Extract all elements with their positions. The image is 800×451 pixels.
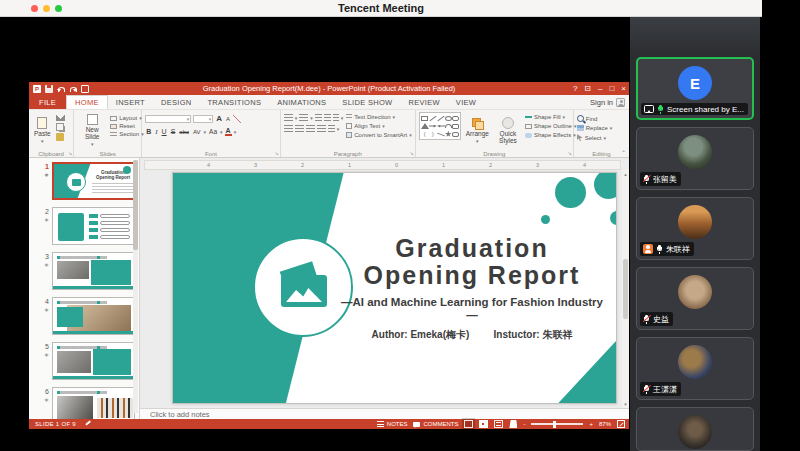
- scroll-up-icon[interactable]: ▴: [624, 171, 627, 177]
- section-button[interactable]: Section▾: [110, 131, 144, 137]
- notes-pane[interactable]: Click to add notes: [140, 408, 629, 419]
- grow-font-button[interactable]: A: [215, 114, 223, 123]
- participant-tile[interactable]: 张留美: [636, 127, 754, 190]
- slide-thumbnail-4[interactable]: 4∗: [39, 297, 139, 335]
- vertical-scrollbar[interactable]: ▴ ▾: [622, 170, 629, 408]
- zoom-out-button[interactable]: -: [523, 421, 525, 427]
- align-text-button[interactable]: Align Text▾: [346, 123, 412, 129]
- italic-button[interactable]: I: [154, 128, 158, 136]
- comments-toggle-icon[interactable]: [413, 422, 420, 427]
- cut-icon[interactable]: [56, 115, 65, 121]
- layout-button[interactable]: Layout▾: [110, 115, 144, 121]
- decrease-indent-icon[interactable]: [315, 114, 322, 121]
- current-slide[interactable]: Graduation Opening Report —AI and Machin…: [172, 172, 617, 404]
- align-right-icon[interactable]: [306, 125, 315, 132]
- close-traffic-light[interactable]: [31, 5, 38, 12]
- slide-thumbnail-5[interactable]: 5∗: [39, 342, 139, 380]
- text-direction-button[interactable]: Text Direction▾: [346, 114, 412, 120]
- collapse-ribbon-icon[interactable]: ⌃: [621, 149, 626, 156]
- replace-button[interactable]: Replace▾: [577, 125, 613, 131]
- slide-thumbnail-1[interactable]: 1∗ Graduation Opening Report: [39, 162, 139, 200]
- scroll-down-icon[interactable]: ▾: [624, 401, 627, 407]
- zoom-slider[interactable]: [531, 423, 583, 425]
- character-spacing-button[interactable]: AV: [192, 129, 202, 135]
- align-center-icon[interactable]: [295, 125, 304, 132]
- participant-tile-sharer[interactable]: E Screen shared by E...: [636, 57, 754, 120]
- find-button[interactable]: Find: [577, 115, 613, 122]
- notes-toggle-label[interactable]: NOTES: [387, 421, 408, 427]
- reading-view-icon[interactable]: [494, 420, 503, 428]
- participant-tile[interactable]: [636, 407, 754, 451]
- increase-indent-icon[interactable]: [324, 114, 331, 121]
- format-painter-icon[interactable]: [56, 133, 64, 141]
- shape-fill-button[interactable]: Shape Fill▾: [525, 114, 577, 120]
- fullscreen-traffic-light[interactable]: [55, 5, 62, 12]
- normal-view-icon[interactable]: [464, 420, 473, 428]
- participant-tile[interactable]: 史益: [636, 267, 754, 330]
- zoom-in-button[interactable]: +: [589, 421, 593, 427]
- font-color-button[interactable]: A: [225, 127, 232, 136]
- ribbon-options-button[interactable]: ⊡: [584, 84, 591, 93]
- notes-toggle-icon[interactable]: [377, 421, 384, 427]
- shape-outline-button[interactable]: Shape Outline▾: [525, 123, 577, 129]
- slide-canvas[interactable]: Graduation Opening Report —AI and Machin…: [140, 170, 629, 408]
- clipboard-dialog-launcher-icon[interactable]: ↘: [68, 150, 72, 156]
- maximize-button[interactable]: □: [609, 84, 614, 93]
- drawing-dialog-launcher-icon[interactable]: ↘: [568, 150, 572, 156]
- minimize-button[interactable]: –: [598, 84, 602, 93]
- slide-thumbnail-2[interactable]: 2∗: [39, 207, 139, 245]
- tab-insert[interactable]: INSERT: [108, 95, 153, 109]
- help-button[interactable]: ?: [573, 84, 577, 93]
- shrink-font-button[interactable]: A: [225, 116, 231, 122]
- spellcheck-icon[interactable]: [84, 421, 91, 428]
- font-dialog-launcher-icon[interactable]: ↘: [275, 150, 279, 156]
- paste-button[interactable]: Paste ▾: [32, 112, 53, 148]
- change-case-button[interactable]: Aa: [208, 128, 218, 135]
- line-spacing-icon[interactable]: [333, 114, 339, 121]
- shapes-gallery[interactable]: ( ): [419, 112, 461, 140]
- tab-home[interactable]: HOME: [66, 95, 108, 109]
- sign-in[interactable]: Sign in: [590, 95, 625, 110]
- tab-design[interactable]: DESIGN: [153, 95, 200, 109]
- align-left-icon[interactable]: [284, 125, 293, 132]
- thumbnail-scrollbar[interactable]: [133, 160, 138, 413]
- bold-button[interactable]: B: [145, 128, 152, 135]
- bullets-icon[interactable]: [284, 114, 293, 121]
- quick-styles-button[interactable]: Quick Styles: [494, 112, 522, 148]
- font-size-select[interactable]: ▾: [193, 115, 213, 123]
- undo-icon[interactable]: [57, 85, 65, 93]
- tab-view[interactable]: VIEW: [448, 95, 484, 109]
- slide-sorter-view-icon[interactable]: [479, 420, 488, 428]
- paragraph-dialog-launcher-icon[interactable]: ↘: [410, 150, 414, 156]
- tab-review[interactable]: REVIEW: [400, 95, 447, 109]
- tab-slideshow[interactable]: SLIDE SHOW: [334, 95, 400, 109]
- text-shadow-button[interactable]: abc: [178, 129, 190, 135]
- scrollbar-thumb[interactable]: [623, 259, 628, 319]
- select-button[interactable]: Select▾: [577, 134, 613, 141]
- save-icon[interactable]: [45, 85, 53, 93]
- convert-smartart-button[interactable]: Convert to SmartArt▾: [346, 132, 412, 138]
- zoom-slider-thumb[interactable]: [553, 421, 556, 428]
- start-slideshow-icon[interactable]: [81, 85, 89, 93]
- new-slide-button[interactable]: New Slide ▾: [77, 112, 107, 148]
- participant-tile[interactable]: 朱联祥: [636, 197, 754, 260]
- reset-button[interactable]: Reset: [110, 123, 144, 129]
- slide-thumbnail-3[interactable]: 3∗: [39, 252, 139, 290]
- minimize-traffic-light[interactable]: [43, 5, 50, 12]
- tab-animations[interactable]: ANIMATIONS: [269, 95, 334, 109]
- fit-slide-to-window-icon[interactable]: [617, 420, 625, 428]
- clear-formatting-icon[interactable]: [233, 115, 241, 123]
- title-block[interactable]: Graduation Opening Report —AI and Machin…: [341, 235, 603, 342]
- redo-icon[interactable]: [69, 85, 77, 93]
- columns-icon[interactable]: [328, 125, 335, 132]
- tab-transitions[interactable]: TRANSITIONS: [199, 95, 269, 109]
- justify-icon[interactable]: [317, 125, 326, 132]
- comments-toggle-label[interactable]: COMMENTS: [423, 421, 458, 427]
- copy-icon[interactable]: [56, 123, 64, 131]
- participant-tile[interactable]: 王潇潇: [636, 337, 754, 400]
- slideshow-view-icon[interactable]: [509, 420, 517, 428]
- shape-effects-button[interactable]: Shape Effects▾: [525, 132, 577, 138]
- font-name-select[interactable]: ▾: [145, 115, 191, 123]
- underline-button[interactable]: U: [161, 128, 168, 135]
- arrange-button[interactable]: Arrange ▾: [464, 112, 491, 148]
